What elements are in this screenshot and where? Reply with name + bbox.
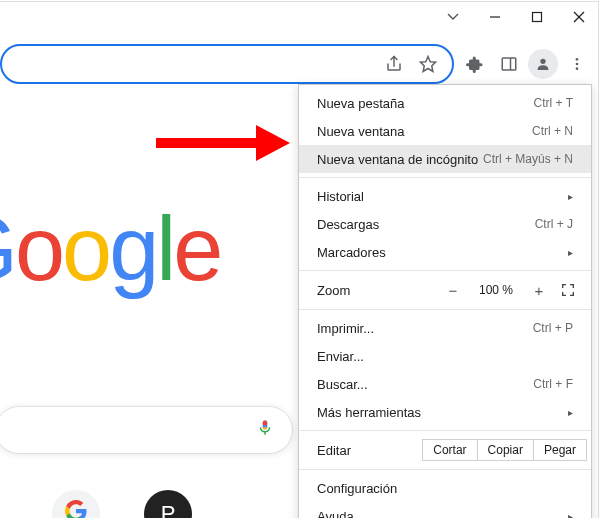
- menu-separator: [299, 270, 591, 271]
- shortcut-label: P: [161, 501, 176, 518]
- logo-letter-l: l: [156, 199, 173, 299]
- svg-point-6: [576, 58, 579, 61]
- logo-letter-o1: o: [15, 199, 62, 299]
- share-icon[interactable]: [384, 54, 404, 74]
- close-button[interactable]: [558, 0, 600, 34]
- maximize-button[interactable]: [516, 0, 558, 34]
- menu-item-label: Más herramientas: [317, 405, 421, 420]
- menu-bookmarks[interactable]: Marcadores: [299, 238, 591, 266]
- zoom-out-button[interactable]: −: [443, 282, 463, 299]
- omnibox[interactable]: [0, 44, 454, 84]
- menu-separator: [299, 177, 591, 178]
- sidepanel-icon[interactable]: [494, 49, 524, 79]
- menu-item-label: Nueva ventana: [317, 124, 404, 139]
- menu-item-label: Buscar...: [317, 377, 368, 392]
- menu-item-shortcut: Ctrl + J: [535, 217, 573, 231]
- shortcut-tile[interactable]: [52, 490, 100, 518]
- menu-item-label: Ayuda: [317, 509, 354, 519]
- shortcuts-row: P: [52, 490, 192, 518]
- menu-more-tools[interactable]: Más herramientas: [299, 398, 591, 426]
- menu-separator: [299, 430, 591, 431]
- menu-item-label: Enviar...: [317, 349, 364, 364]
- menu-new-tab[interactable]: Nueva pestaña Ctrl + T: [299, 89, 591, 117]
- logo-letter-g2: g: [109, 199, 156, 299]
- menu-item-shortcut: Ctrl + N: [532, 124, 573, 138]
- menu-separator: [299, 309, 591, 310]
- menu-item-shortcut: Ctrl + T: [534, 96, 573, 110]
- menu-find[interactable]: Buscar... Ctrl + F: [299, 370, 591, 398]
- shortcut-tile[interactable]: P: [144, 490, 192, 518]
- menu-new-window[interactable]: Nueva ventana Ctrl + N: [299, 117, 591, 145]
- fullscreen-icon[interactable]: [557, 279, 579, 301]
- shortcut-label: [64, 499, 88, 518]
- menu-item-shortcut: Ctrl + F: [533, 377, 573, 391]
- menu-separator: [299, 469, 591, 470]
- window-title-bar: [0, 0, 600, 34]
- svg-rect-3: [502, 58, 516, 70]
- menu-item-label: Descargas: [317, 217, 379, 232]
- menu-edit: Editar Cortar Copiar Pegar: [299, 435, 591, 465]
- chevron-down-icon[interactable]: [432, 0, 474, 34]
- profile-icon[interactable]: [528, 49, 558, 79]
- svg-point-7: [576, 63, 579, 66]
- menu-history[interactable]: Historial: [299, 182, 591, 210]
- menu-zoom: Zoom − 100 % +: [299, 275, 591, 305]
- menu-settings[interactable]: Configuración: [299, 474, 591, 502]
- logo-letter-o2: o: [62, 199, 109, 299]
- svg-marker-2: [421, 57, 436, 72]
- menu-item-label: Configuración: [317, 481, 397, 496]
- zoom-value: 100 %: [471, 283, 521, 297]
- menu-item-label: Historial: [317, 189, 364, 204]
- microphone-icon[interactable]: [256, 417, 274, 443]
- svg-rect-1: [533, 13, 542, 22]
- menu-item-label: Marcadores: [317, 245, 386, 260]
- logo-letter-e: e: [173, 199, 220, 299]
- extensions-icon[interactable]: [460, 49, 490, 79]
- chrome-main-menu: Nueva pestaña Ctrl + T Nueva ventana Ctr…: [298, 84, 592, 518]
- search-input[interactable]: [0, 406, 293, 454]
- menu-item-shortcut: Ctrl + Mayús + N: [483, 152, 573, 166]
- zoom-in-button[interactable]: +: [529, 282, 549, 299]
- menu-item-label: Editar: [317, 443, 357, 458]
- menu-downloads[interactable]: Descargas Ctrl + J: [299, 210, 591, 238]
- menu-help[interactable]: Ayuda: [299, 502, 591, 518]
- star-icon[interactable]: [418, 54, 438, 74]
- menu-item-label: Imprimir...: [317, 321, 374, 336]
- edit-paste-button[interactable]: Pegar: [533, 439, 587, 461]
- menu-item-label: Zoom: [317, 283, 350, 298]
- menu-item-label: Nueva ventana de incógnito: [317, 152, 478, 167]
- edit-cut-button[interactable]: Cortar: [422, 439, 477, 461]
- menu-item-label: Nueva pestaña: [317, 96, 404, 111]
- menu-item-shortcut: Ctrl + P: [533, 321, 573, 335]
- edit-copy-button[interactable]: Copiar: [477, 439, 534, 461]
- kebab-menu-icon[interactable]: [562, 49, 592, 79]
- minimize-button[interactable]: [474, 0, 516, 34]
- menu-incognito-window[interactable]: Nueva ventana de incógnito Ctrl + Mayús …: [299, 145, 591, 173]
- menu-send[interactable]: Enviar...: [299, 342, 591, 370]
- logo-letter-g: G: [0, 199, 15, 299]
- menu-print[interactable]: Imprimir... Ctrl + P: [299, 314, 591, 342]
- svg-point-8: [576, 67, 579, 70]
- svg-point-5: [540, 59, 545, 64]
- google-logo: Google: [0, 198, 220, 301]
- browser-toolbar: [0, 42, 600, 86]
